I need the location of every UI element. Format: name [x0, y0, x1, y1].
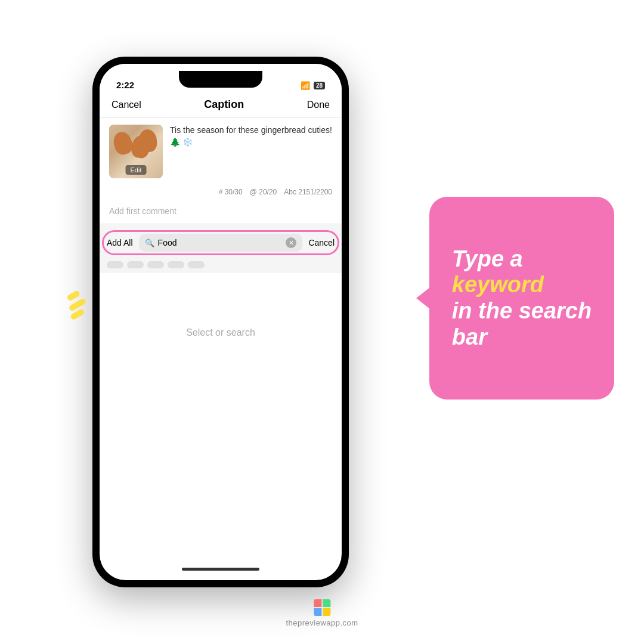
logo-quadrant-3: [314, 608, 321, 616]
nav-done-button[interactable]: Done: [307, 100, 330, 110]
callout-keyword: keyword: [452, 272, 544, 297]
tag-chip[interactable]: [168, 261, 184, 268]
status-time: 2:22: [116, 80, 134, 90]
caption-image: Edit: [109, 125, 163, 178]
tag-chips-row: [100, 256, 342, 273]
status-icons: 📶 28: [301, 81, 325, 90]
phone-screen: 2:22 📶 28 Cancel Caption Done: [100, 64, 342, 580]
add-comment-placeholder[interactable]: Add first comment: [109, 206, 177, 216]
add-all-button[interactable]: Add All: [107, 238, 133, 247]
search-row: Add All 🔍 Food ✕ Cancel: [100, 229, 342, 256]
bottom-logo: thepreviewapp.com: [286, 599, 358, 627]
tag-chip[interactable]: [188, 261, 205, 268]
app-logo-icon: [314, 599, 330, 616]
tag-chip[interactable]: [127, 261, 144, 268]
callout-bubble: Type a keyword in the search bar: [429, 197, 614, 400]
nav-cancel-button[interactable]: Cancel: [112, 100, 141, 110]
search-cancel-button[interactable]: Cancel: [308, 238, 335, 247]
callout-line1: Type a: [452, 246, 523, 271]
main-content-area: Select or search: [100, 273, 342, 392]
phone-mockup: 2:22 📶 28 Cancel Caption Done: [92, 57, 349, 587]
phone-body: 2:22 📶 28 Cancel Caption Done: [92, 57, 349, 587]
hashtag-count: # 30/30: [219, 188, 243, 196]
home-indicator: [182, 568, 259, 571]
stats-bar: # 30/30 @ 20/20 Abc 2151/2200: [100, 185, 342, 201]
cookie-3: [138, 129, 157, 153]
nav-title: Caption: [204, 98, 244, 111]
search-input-value[interactable]: Food: [158, 238, 283, 247]
logo-quadrant-2: [323, 599, 330, 607]
search-field[interactable]: 🔍 Food ✕: [139, 234, 303, 252]
tag-chip[interactable]: [107, 261, 123, 268]
wifi-icon: 📶: [301, 81, 310, 90]
phone-notch: [179, 71, 262, 88]
search-icon: 🔍: [145, 239, 154, 247]
logo-quadrant-4: [323, 608, 330, 616]
yellow-dashes-decoration: [67, 291, 89, 319]
logo-quadrant-1: [314, 599, 321, 607]
cookie-1: [112, 130, 135, 156]
battery-badge: 28: [314, 82, 325, 89]
comment-area[interactable]: Add first comment: [100, 201, 342, 224]
callout-line3: in the search: [452, 298, 592, 323]
tag-chip[interactable]: [147, 261, 164, 268]
website-label: thepreviewapp.com: [286, 618, 358, 627]
caption-area: Edit Tis the season for these gingerbrea…: [100, 117, 342, 185]
caption-text[interactable]: Tis the season for these gingerbread cut…: [170, 125, 332, 178]
char-count: Abc 2151/2200: [284, 188, 332, 196]
mention-count: @ 20/20: [250, 188, 277, 196]
select-or-search-label: Select or search: [186, 327, 255, 338]
callout-line4: bar: [452, 324, 487, 349]
edit-label[interactable]: Edit: [126, 165, 147, 175]
clear-search-button[interactable]: ✕: [286, 237, 296, 248]
callout-text: Type a keyword in the search bar: [452, 246, 592, 351]
nav-bar: Cancel Caption Done: [100, 94, 342, 117]
hashtag-section: Add All 🔍 Food ✕ Cancel: [100, 224, 342, 273]
